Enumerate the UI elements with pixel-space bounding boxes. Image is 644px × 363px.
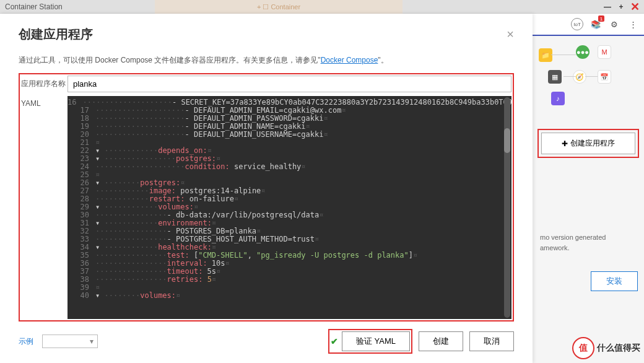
example-select[interactable] xyxy=(42,335,98,348)
dialog-description: 通过此工具，可以使用 Docker Compose 文件创建多容器应用程序。有关… xyxy=(19,55,514,66)
validate-highlight-box: ✔ 验证 YAML xyxy=(328,329,412,354)
window-title: Container Station xyxy=(5,2,603,11)
safari-icon[interactable]: 🧭 xyxy=(573,70,586,84)
music-icon[interactable]: ♪ xyxy=(551,92,565,105)
connector-line xyxy=(551,55,576,55)
validate-yaml-button[interactable]: 验证 YAML xyxy=(342,331,410,351)
notification-badge: 1 xyxy=(598,15,604,22)
gear-icon[interactable]: ⚙ xyxy=(608,18,620,30)
iot-icon[interactable]: IoT xyxy=(571,18,583,30)
folder-icon[interactable]: 📁 xyxy=(539,48,552,62)
right-panel: IoT 📚1 ⚙ ⋮ 📁 ●●● M ▦ 🧭 📅 ♪ ✚ 创建应用程序 mo v… xyxy=(533,14,644,363)
form-highlight-box: 应用程序名称 YAML 16 ····················- SEC… xyxy=(19,73,514,321)
chat-icon[interactable]: ●●● xyxy=(576,45,590,59)
connector-line xyxy=(585,76,598,77)
create-button[interactable]: 创建 xyxy=(419,331,463,351)
connector-line xyxy=(564,76,576,77)
watermark-logo: 值 xyxy=(572,337,594,359)
code-line: 24 ····················condition: servic… xyxy=(67,163,511,171)
create-application-button[interactable]: ✚ 创建应用程序 xyxy=(541,133,635,154)
check-icon: ✔ xyxy=(331,336,338,346)
code-line: 40▾ ········volumes:¤ xyxy=(67,292,511,300)
dialog-title: 创建应用程序 xyxy=(19,26,507,43)
right-toolbar: IoT 📚1 ⚙ ⋮ xyxy=(533,14,644,36)
watermark: 值 什么值得买 xyxy=(572,337,640,359)
window-controls: — + ✕ xyxy=(603,2,639,11)
menu-icon[interactable]: ⋮ xyxy=(627,18,639,30)
scrollbar-thumb[interactable] xyxy=(504,128,510,153)
code-line: 20 ····················- DEFAULT_ADMIN_U… xyxy=(67,131,511,139)
example-link[interactable]: 示例 xyxy=(19,336,33,347)
video-icon[interactable]: ▦ xyxy=(548,70,562,84)
watermark-text: 什么值得买 xyxy=(597,343,640,354)
notification-icon[interactable]: 📚1 xyxy=(590,18,602,30)
plus-icon: ✚ xyxy=(562,139,568,148)
minimize-button[interactable]: — xyxy=(603,2,612,11)
create-app-highlight-box: ✚ 创建应用程序 xyxy=(537,129,639,158)
yaml-editor[interactable]: 16 ····················- SECRET_KEY=37a8… xyxy=(67,96,511,319)
app-name-input[interactable] xyxy=(67,76,511,92)
cancel-button[interactable]: 取消 xyxy=(469,331,514,351)
code-line: 38 ················retries: 5¤ xyxy=(67,276,511,284)
app-name-label: 应用程序名称 xyxy=(21,79,67,89)
dialog-close-icon[interactable]: × xyxy=(507,27,514,42)
yaml-label: YAML xyxy=(21,96,67,319)
editor-scrollbar[interactable] xyxy=(504,97,510,318)
maximize-button[interactable]: + xyxy=(617,2,625,11)
info-text: mo version generated amework. xyxy=(533,226,644,259)
docker-compose-link[interactable]: Docker Compose xyxy=(321,56,378,64)
gmail-icon[interactable]: M xyxy=(598,45,611,59)
close-button[interactable]: ✕ xyxy=(630,2,639,11)
calendar-icon[interactable]: 📅 xyxy=(598,70,611,84)
app-icons-area: 📁 ●●● M ▦ 🧭 📅 ♪ xyxy=(533,36,644,123)
install-button[interactable]: 安装 xyxy=(591,271,638,291)
window-titlebar: Container Station + ☐ Container — + ✕ xyxy=(0,0,644,14)
create-app-dialog: 创建应用程序 × 通过此工具，可以使用 Docker Compose 文件创建多… xyxy=(0,14,533,363)
